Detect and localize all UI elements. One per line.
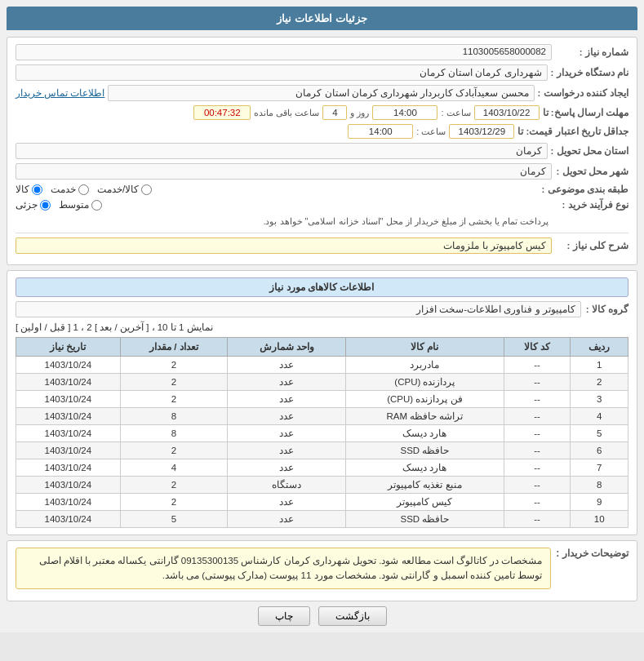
mohlat-time-value: 14:00: [372, 105, 437, 120]
col-tarikh: تاریخ نیاز: [16, 338, 121, 357]
mohlat-countdown-label: ساعت باقی مانده: [254, 108, 319, 118]
tabaghe-khedmat-label: خدمت: [51, 184, 76, 195]
table-cell: 1403/10/24: [16, 511, 121, 528]
table-cell: حافظه SSD: [346, 442, 504, 459]
table-cell: عدد: [228, 408, 346, 425]
table-row: 10--حافظه SSDعدد51403/10/24: [16, 511, 628, 528]
table-cell: عدد: [228, 391, 346, 408]
page-title: جزئیات اطلاعات نیاز: [7, 7, 637, 30]
table-cell: عدد: [228, 374, 346, 391]
tabaghe-khedmat-radio[interactable]: [78, 184, 89, 195]
table-cell: فن پردازنده (CPU): [346, 391, 504, 408]
bazgasht-button[interactable]: بازگشت: [318, 606, 387, 626]
tabaghe-kala-khedmat-item: کالا/خدمت: [97, 184, 152, 195]
table-row: 6--حافظه SSDعدد21403/10/24: [16, 442, 628, 459]
farayand-motevaset-item: متوسط: [59, 199, 102, 211]
main-container: جزئیات اطلاعات نیاز شماره نیاز : 1103005…: [0, 0, 644, 632]
table-cell: 8: [120, 408, 227, 425]
ostan-row: استان محل تحویل : کرمان: [16, 143, 628, 159]
farayand-jozii-radio[interactable]: [40, 200, 51, 211]
chap-button[interactable]: چاپ: [258, 606, 310, 626]
table-cell: 1403/10/24: [16, 425, 121, 442]
jadaval-date-value: 1403/12/29: [449, 124, 514, 139]
table-cell: 5: [120, 511, 227, 528]
table-cell: عدد: [228, 494, 346, 511]
tamas-khardar-link[interactable]: اطلاعات تماس خریدار: [16, 87, 104, 99]
nam-dastgah-row: نام دستگاه خریدار : شهرداری کرمان استان …: [16, 64, 628, 81]
table-cell: 1403/10/24: [16, 374, 121, 391]
shahr-label: شهر محل تحویل :: [555, 166, 628, 177]
shomare-niaz-row: شماره نیاز : 1103005658000082: [16, 44, 628, 60]
jadaval-time-label: ساعت :: [416, 126, 446, 137]
tabaghe-label: طبقه بندی موضوعی :: [542, 184, 628, 195]
info-section-title: اطلاعات کالاهای مورد نیاز: [16, 277, 628, 297]
tabaghe-radio-group: کالا/خدمت خدمت کالا: [16, 184, 539, 195]
ostan-value: کرمان: [16, 143, 548, 159]
table-cell: هارد دیسک: [346, 459, 504, 477]
table-cell: 1403/10/24: [16, 459, 121, 477]
pagination-text: نمایش 1 تا 10 ، [ آخرین / بعد ] 2 ، 1 [ …: [16, 322, 213, 333]
table-cell: مادربرد: [346, 357, 504, 374]
group-kala-row: گروه کالا : کامپیوتر و فناوری اطلاعات-سخ…: [16, 301, 628, 317]
table-cell: عدد: [228, 442, 346, 459]
table-cell: 1: [571, 357, 628, 374]
ijad-konande-row: ایجاد کننده درخواست : محسن سعیدآبادک کار…: [16, 85, 628, 101]
group-kala-value: کامپیوتر و فناوری اطلاعات-سخت افزار: [16, 301, 581, 317]
table-cell: دستگاه: [228, 477, 346, 494]
table-header-row: ردیف کد کالا نام کالا واحد شمارش تعداد /…: [16, 338, 628, 357]
table-cell: 2: [120, 357, 227, 374]
table-row: 2--پردازنده (CPU)عدد21403/10/24: [16, 374, 628, 391]
notes-card: توضیحات خریدار : مشخصات در کاتالوگ است م…: [7, 540, 637, 601]
table-row: 1--مادربردعدد21403/10/24: [16, 357, 628, 374]
mohlat-roz-label: روز و: [350, 108, 369, 118]
table-cell: 6: [571, 442, 628, 459]
table-cell: --: [504, 425, 571, 442]
table-row: 9--کیس کامپیوترعدد21403/10/24: [16, 494, 628, 511]
tabaghe-kala-khedmat-radio[interactable]: [141, 184, 152, 195]
table-row: 3--فن پردازنده (CPU)عدد21403/10/24: [16, 391, 628, 408]
table-cell: 2: [120, 494, 227, 511]
table-row: 4--تراشه حافظه RAMعدد81403/10/24: [16, 408, 628, 425]
table-cell: منبع تغذیه کامپیوتر: [346, 477, 504, 494]
pagination-bar: نمایش 1 تا 10 ، [ آخرین / بعد ] 2 ، 1 [ …: [16, 322, 628, 333]
table-cell: 1403/10/24: [16, 408, 121, 425]
table-cell: --: [504, 477, 571, 494]
table-cell: عدد: [228, 425, 346, 442]
col-radif: ردیف: [571, 338, 628, 357]
nam-dastgah-label: نام دستگاه خریدار :: [551, 67, 628, 78]
noe-farayand-row: نوع فرآیند خرید : متوسط جزئی: [16, 199, 628, 211]
table-cell: 2: [120, 442, 227, 459]
tabaghe-row: طبقه بندی موضوعی : کالا/خدمت خدمت کالا: [16, 184, 628, 195]
purchase-type-group: متوسط جزئی: [16, 199, 552, 211]
table-row: 7--هارد دیسکعدد41403/10/24: [16, 459, 628, 477]
jadaval-label: جداقل تاریخ اعتبار قیمت: تا: [517, 126, 628, 137]
table-cell: عدد: [228, 357, 346, 374]
table-cell: 4: [120, 459, 227, 477]
table-row: 5--هارد دیسکعدد81403/10/24: [16, 425, 628, 442]
tabaghe-kala-radio[interactable]: [32, 184, 42, 195]
table-cell: عدد: [228, 511, 346, 528]
table-cell: پردازنده (CPU): [346, 374, 504, 391]
table-cell: 7: [571, 459, 628, 477]
tabaghe-khedmat-item: خدمت: [51, 184, 89, 195]
col-vahed: واحد شمارش: [228, 338, 346, 357]
noe-farayand-label: نوع فرآیند خرید :: [555, 199, 628, 211]
table-cell: --: [504, 494, 571, 511]
col-kod-kala: کد کالا: [504, 338, 571, 357]
mohlat-label: مهلت ارسال پاسخ: تا: [543, 107, 628, 118]
sharh-keli-value: کیس کامپیوتر با ملزومات: [16, 237, 552, 254]
tabaghe-kala-khedmat-label: کالا/خدمت: [97, 184, 139, 195]
col-tedad: تعداد / مقدار: [120, 338, 227, 357]
payment-note-row: پرداخت تمام یا بخشی از مبلغ خریدار از مح…: [16, 215, 628, 228]
table-cell: 2: [571, 374, 628, 391]
table-cell: 1403/10/24: [16, 357, 121, 374]
table-cell: 8: [120, 425, 227, 442]
sharh-keli-row: شرح کلی نیاز : کیس کامپیوتر با ملزومات: [16, 237, 628, 254]
table-cell: هارد دیسک: [346, 425, 504, 442]
table-cell: 1403/10/24: [16, 494, 121, 511]
table-cell: --: [504, 408, 571, 425]
ijad-konande-value: محسن سعیدآبادک کاربردار شهرداری کرمان اس…: [108, 85, 534, 101]
farayand-motevaset-radio[interactable]: [91, 200, 102, 211]
table-cell: 4: [571, 408, 628, 425]
jadaval-row: جداقل تاریخ اعتبار قیمت: تا 1403/12/29 س…: [16, 124, 628, 139]
